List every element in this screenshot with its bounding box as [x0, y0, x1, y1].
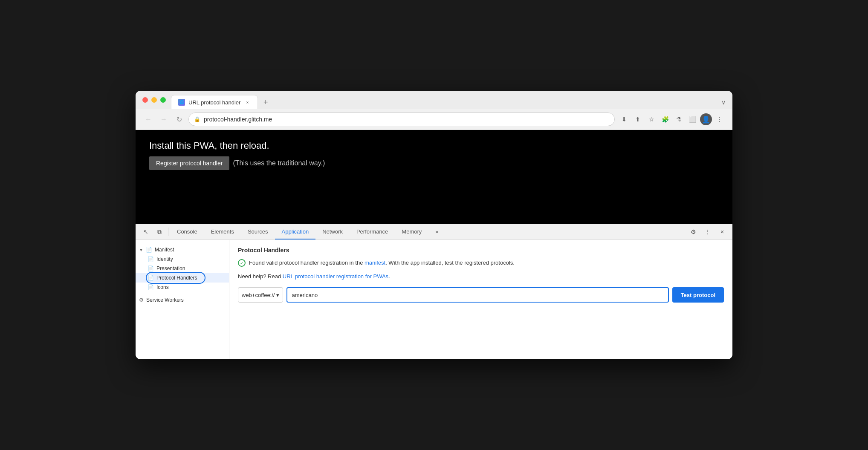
help-link[interactable]: URL protocol handler registration for PW…	[283, 273, 388, 280]
tab-sources[interactable]: Sources	[241, 224, 275, 239]
devtools-panel: ↖ ⧉ Console Elements Sources Application…	[136, 224, 732, 359]
protocol-test-row: web+coffee:// ▾ Test protocol	[238, 287, 724, 303]
status-text-before: Found valid protocol handler registratio…	[249, 260, 365, 266]
bookmark-button[interactable]: ☆	[645, 113, 657, 125]
new-tab-button[interactable]: +	[260, 96, 272, 108]
devtools-more-button[interactable]: ⋮	[701, 224, 715, 239]
sidebar-item-service-workers[interactable]: ⚙ Service Workers	[136, 295, 229, 305]
presentation-label: Presentation	[156, 265, 185, 271]
close-window-button[interactable]	[142, 97, 148, 103]
test-protocol-button[interactable]: Test protocol	[672, 287, 724, 303]
sidebar-item-presentation[interactable]: 📄 Presentation	[136, 264, 229, 273]
devtools-body: ▼ 📄 Manifest 📄 Identity 📄 Presentation	[136, 240, 732, 359]
share-button[interactable]: ⬆	[632, 113, 644, 125]
tab-close-button[interactable]: ×	[244, 99, 251, 106]
lock-icon: 🔒	[194, 116, 200, 122]
devtools-close-button[interactable]: ×	[715, 224, 729, 239]
active-tab[interactable]: 🌐 URL protocol handler ×	[171, 95, 258, 109]
toolbar-actions: ⬇ ⬆ ☆ 🧩 ⚗ ⬜ 👤 ⋮	[618, 113, 726, 125]
manifest-link[interactable]: manifest	[365, 260, 385, 266]
service-workers-gear-icon: ⚙	[139, 297, 144, 303]
more-menu-button[interactable]: ⋮	[714, 113, 726, 125]
sidebar-item-manifest[interactable]: ▼ 📄 Manifest	[136, 245, 229, 254]
status-row: ✓ Found valid protocol handler registrat…	[238, 259, 724, 267]
devtools-actions: ⚙ ⋮ ×	[686, 224, 729, 239]
back-button[interactable]: ←	[142, 113, 154, 125]
help-text-before: Need help? Read	[238, 273, 283, 280]
protocol-select[interactable]: web+coffee:// ▾	[238, 287, 283, 303]
status-text-after: . With the app installed, test the regis…	[385, 260, 515, 266]
check-icon: ✓	[238, 259, 246, 267]
traffic-lights	[142, 97, 166, 107]
manifest-toggle-icon: ▼	[139, 248, 143, 252]
devtools-main-panel: Protocol Handlers ✓ Found valid protocol…	[229, 240, 732, 359]
tab-title: URL protocol handler	[188, 99, 240, 106]
tab-separator	[168, 228, 168, 236]
sidebar-item-protocol-handlers[interactable]: 📄 Protocol Handlers	[136, 273, 229, 283]
tab-console[interactable]: Console	[170, 224, 204, 239]
devtools-sidebar: ▼ 📄 Manifest 📄 Identity 📄 Presentation	[136, 240, 229, 359]
split-view-button[interactable]: ⬜	[686, 113, 698, 125]
extensions-button[interactable]: 🧩	[659, 113, 671, 125]
browser-toolbar: ← → ↻ 🔒 protocol-handler.glitch.me ⬇ ⬆ ☆…	[136, 109, 732, 130]
tab-application[interactable]: Application	[275, 224, 316, 239]
protocol-input[interactable]	[286, 287, 668, 303]
labs-button[interactable]: ⚗	[673, 113, 685, 125]
manifest-file-icon: 📄	[146, 247, 152, 253]
tab-performance[interactable]: Performance	[350, 224, 395, 239]
account-avatar[interactable]: 👤	[700, 113, 712, 125]
icons-label: Icons	[156, 284, 169, 290]
tab-favicon: 🌐	[178, 99, 185, 106]
help-row: Need help? Read URL protocol handler reg…	[238, 272, 724, 281]
service-workers-label: Service Workers	[146, 297, 184, 303]
device-toolbar-button[interactable]: ⧉	[153, 224, 166, 239]
page-content: Install this PWA, then reload. Register …	[136, 130, 732, 224]
protocol-select-value: web+coffee://	[242, 292, 275, 298]
devtools-settings-button[interactable]: ⚙	[686, 224, 700, 239]
presentation-file-icon: 📄	[148, 265, 154, 271]
help-text-after: .	[388, 273, 390, 280]
tabs-area: 🌐 URL protocol handler × + ∨	[171, 95, 726, 109]
manifest-group: ▼ 📄 Manifest 📄 Identity 📄 Presentation	[136, 243, 229, 294]
tab-memory[interactable]: Memory	[395, 224, 428, 239]
panel-title: Protocol Handlers	[238, 247, 724, 254]
address-text: protocol-handler.glitch.me	[204, 116, 609, 123]
protocol-file-icon: 📄	[148, 275, 154, 281]
browser-window: 🌐 URL protocol handler × + ∨ ← → ↻ 🔒 pro…	[136, 91, 732, 359]
forward-button[interactable]: →	[158, 113, 170, 125]
download-button[interactable]: ⬇	[618, 113, 630, 125]
title-bar: 🌐 URL protocol handler × + ∨	[136, 91, 732, 109]
devtools-tabbar: ↖ ⧉ Console Elements Sources Application…	[136, 224, 732, 240]
register-protocol-button[interactable]: Register protocol handler	[149, 156, 229, 170]
status-text: Found valid protocol handler registratio…	[249, 259, 515, 267]
maximize-window-button[interactable]	[160, 97, 166, 103]
sidebar-item-identity[interactable]: 📄 Identity	[136, 254, 229, 264]
protocol-select-arrow: ▾	[276, 292, 279, 298]
service-workers-group: ⚙ Service Workers	[136, 294, 229, 306]
tab-network[interactable]: Network	[315, 224, 350, 239]
minimize-window-button[interactable]	[151, 97, 157, 103]
address-bar[interactable]: 🔒 protocol-handler.glitch.me	[188, 112, 615, 126]
refresh-button[interactable]: ↻	[173, 113, 185, 125]
pwa-instruction: Install this PWA, then reload.	[149, 140, 719, 151]
identity-label: Identity	[156, 256, 173, 262]
manifest-label: Manifest	[155, 247, 174, 253]
tab-more[interactable]: »	[428, 224, 445, 239]
identity-file-icon: 📄	[148, 256, 154, 262]
tab-elements[interactable]: Elements	[204, 224, 241, 239]
inspect-element-button[interactable]: ↖	[139, 224, 153, 239]
sidebar-item-icons[interactable]: 📄 Icons	[136, 283, 229, 292]
traditional-text: (This uses the traditional way.)	[233, 159, 325, 167]
protocol-handlers-label: Protocol Handlers	[156, 275, 197, 281]
icons-file-icon: 📄	[148, 284, 154, 290]
tab-dropdown-button[interactable]: ∨	[721, 99, 726, 106]
